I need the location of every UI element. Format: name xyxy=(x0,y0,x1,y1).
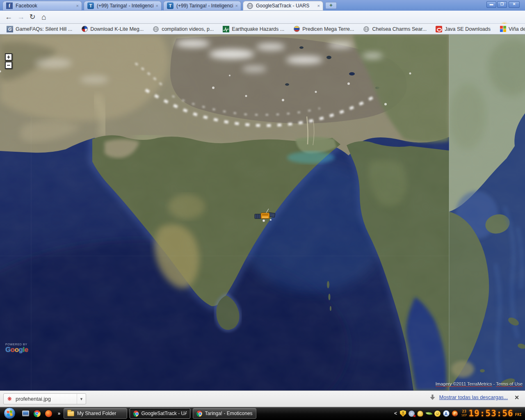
tab-title: (+99) Taringa! - Inteligencia C xyxy=(97,3,153,9)
reload-button[interactable]: ↻ xyxy=(27,12,38,23)
new-tab-button[interactable]: + xyxy=(325,2,337,9)
bookmark-label: compilation videos, p... xyxy=(162,26,214,32)
security-alert-tray-icon[interactable]: ! xyxy=(399,410,407,417)
bookmark-chelsea-charms[interactable]: Chelsea Charms Sear... xyxy=(361,25,429,33)
terms-of-use-link[interactable]: Terms of Use xyxy=(496,381,523,387)
logo-letter: G xyxy=(5,346,11,354)
map-terrain xyxy=(0,34,525,390)
close-button[interactable]: ✕ xyxy=(509,1,520,8)
tray-clock: 19:53:56 xyxy=(469,409,514,418)
tab-taringa-1[interactable]: T (+99) Taringa! - Inteligencia C × xyxy=(84,1,162,11)
venezuela-flag-icon xyxy=(294,26,300,32)
taskbar-button-label: GoogleSatTrack - UAR... xyxy=(142,411,187,416)
bookmarks-bar: G GameFAQs: Silent Hill ... Download K-L… xyxy=(0,24,525,34)
show-desktop-quicklaunch[interactable] xyxy=(21,409,30,418)
chrome-icon xyxy=(196,411,202,417)
tab-facebook[interactable]: f Facebook × xyxy=(2,1,82,11)
restore-button[interactable]: ❐ xyxy=(497,1,507,8)
chrome-quicklaunch[interactable] xyxy=(33,409,41,418)
downloads-bar-close-icon[interactable]: ✕ xyxy=(514,394,519,401)
gamefaqs-icon: G xyxy=(7,26,13,32)
tab-googlesattrack[interactable]: GoogleSatTrack - UARS × xyxy=(243,1,323,11)
tab-close-icon[interactable]: × xyxy=(317,4,320,8)
tray-date-month: SEP xyxy=(461,414,467,417)
leaf-icon xyxy=(425,411,432,416)
download-item-menu-caret[interactable]: ▼ xyxy=(77,394,86,404)
home-button[interactable]: ⌂ xyxy=(39,12,49,23)
minimize-button[interactable]: ▬ xyxy=(486,1,496,8)
folder-icon xyxy=(67,411,74,416)
klite-icon xyxy=(82,26,88,32)
green-leaf-tray-icon[interactable] xyxy=(425,410,433,417)
media-player-quicklaunch[interactable] xyxy=(44,409,52,418)
globe-icon xyxy=(363,26,370,32)
taringa-favicon: T xyxy=(87,2,94,9)
download-item-button[interactable]: ❋ profehentai.jpg ▼ xyxy=(3,393,86,404)
bookmark-label: Chelsea Charms Sear... xyxy=(372,26,427,32)
map-zoom-in-button[interactable]: + xyxy=(5,53,12,61)
taskbar: » My Shared Folder GoogleSatTrack - UAR.… xyxy=(0,407,525,420)
notification-bell-tray-icon[interactable] xyxy=(417,410,424,417)
bookmark-label: Java SE Downloads xyxy=(445,26,491,32)
bookmark-vina-del-mar[interactable]: Viña del Mar, CHL - E... xyxy=(497,25,525,33)
chevron-icon: » xyxy=(58,411,61,416)
taskbar-button-googlesattrack[interactable]: GoogleSatTrack - UAR... xyxy=(130,408,190,419)
download-arrow-icon xyxy=(429,394,436,401)
browser-toolbar: ← → ↻ ⌂ www.lizard-tail.com/isana/tracki… xyxy=(0,11,525,24)
tab-title: GoogleSatTrack - UARS xyxy=(256,3,315,9)
tray-date: 23 SEP xyxy=(461,410,467,417)
tab-close-icon[interactable]: × xyxy=(76,4,79,8)
image-file-icon: ❋ xyxy=(7,396,12,402)
bell-icon xyxy=(417,411,423,417)
bookmark-label: Earthquake Hazards ... xyxy=(232,26,284,32)
logo-letter: o xyxy=(15,346,19,354)
tab-close-icon[interactable]: × xyxy=(235,4,238,8)
bookmark-earthquake-hazards[interactable]: Earthquake Hazards ... xyxy=(220,25,287,33)
red-app-icon xyxy=(45,410,52,417)
tab-strip: f Facebook × T (+99) Taringa! - Intelige… xyxy=(0,0,525,11)
bookmark-compilation-videos[interactable]: compilation videos, p... xyxy=(150,25,216,33)
taskbar-button-label: Taringa! - Emoticones ... xyxy=(205,411,253,416)
attribution-text: Imagery ©2011 TerraMetrics xyxy=(436,381,492,387)
chrome-icon xyxy=(34,410,41,417)
back-button[interactable]: ← xyxy=(3,12,14,23)
bookmark-label: Download K-Lite Meg... xyxy=(90,26,144,32)
shield-icon: ! xyxy=(400,410,406,417)
desktop-screen: f Facebook × T (+99) Taringa! - Intelige… xyxy=(0,0,525,420)
start-button[interactable] xyxy=(4,407,16,419)
msn-weather-icon xyxy=(500,26,506,32)
messenger-offline-tray-icon[interactable] xyxy=(408,410,415,417)
bookmark-klite[interactable]: Download K-Lite Meg... xyxy=(79,25,146,33)
bookmark-label: Viña del Mar, CHL - E... xyxy=(509,26,525,32)
quicklaunch-overflow-chevron[interactable]: » xyxy=(55,409,63,418)
forward-button[interactable]: → xyxy=(16,12,26,23)
map-zoom-out-button[interactable]: − xyxy=(5,62,12,69)
bookmark-predicen-mega[interactable]: Predicen Mega Terre... xyxy=(291,25,356,33)
taskbar-button-my-shared-folder[interactable]: My Shared Folder xyxy=(64,408,127,419)
show-all-downloads-link[interactable]: Mostrar todas las descargas... xyxy=(439,395,508,400)
windows-logo-icon xyxy=(7,410,12,416)
smiley-tray-icon[interactable]: ☺ xyxy=(434,410,441,417)
bookmark-java-se[interactable]: Java SE Downloads xyxy=(433,25,493,33)
map-attribution: Imagery ©2011 TerraMetrics - Terms of Us… xyxy=(436,381,523,386)
taskbar-button-taringa[interactable]: Taringa! - Emoticones ... xyxy=(193,408,256,419)
globe-icon xyxy=(153,26,159,32)
attribution-sep: - xyxy=(492,381,496,386)
map-branding[interactable]: POWERED BY Google xyxy=(5,343,28,354)
swirl-tray-icon[interactable] xyxy=(451,410,459,417)
desktop-icon xyxy=(22,411,29,416)
tray-expand-chevron[interactable]: < xyxy=(394,411,397,416)
satellite-map[interactable]: + − POWERED BY Google Imagery ©2011 Terr… xyxy=(0,34,525,390)
logo-letter: e xyxy=(25,346,28,354)
a-logo-tray-icon[interactable]: A xyxy=(443,410,450,417)
google-logo[interactable]: Google xyxy=(5,346,28,354)
tab-close-icon[interactable]: × xyxy=(156,4,158,8)
a-logo-icon: A xyxy=(443,410,450,417)
tray-weekday: FRI xyxy=(515,413,522,417)
swirl-icon xyxy=(452,410,458,417)
powered-by-label: POWERED BY xyxy=(5,343,28,346)
download-file-name: profehentai.jpg xyxy=(16,396,77,402)
bookmark-gamefaqs[interactable]: G GameFAQs: Silent Hill ... xyxy=(4,25,75,33)
tab-taringa-2[interactable]: T (+99) Taringa! - Inteligencia C × xyxy=(163,1,241,11)
chrome-icon xyxy=(133,411,139,417)
